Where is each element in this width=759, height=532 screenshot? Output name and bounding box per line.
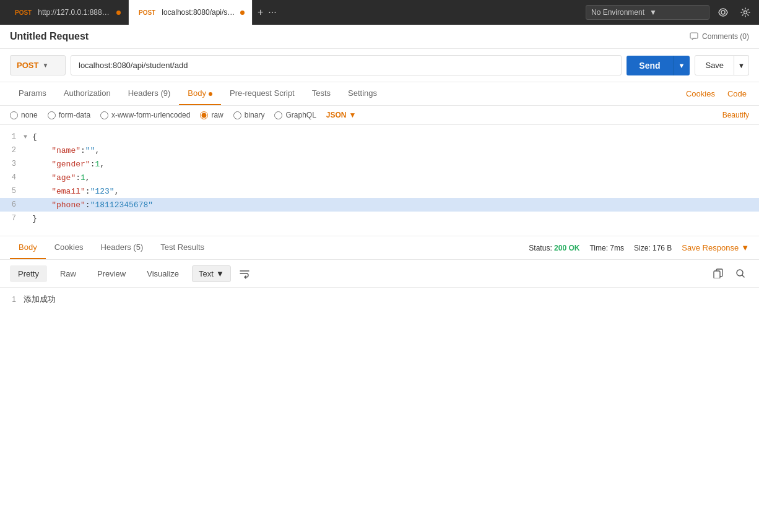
tab-right-actions: Cookies Code (683, 83, 749, 105)
tab1-url: http://127.0.0.1:8888/api/priva... (38, 8, 113, 17)
url-bar: POST ▼ Send ▼ Save ▼ (0, 49, 759, 82)
resp-tab-body[interactable]: Body (10, 236, 46, 259)
text-format-chevron-icon: ▼ (216, 269, 224, 278)
radio-none[interactable]: none (10, 111, 38, 119)
response-actions (709, 265, 749, 282)
method-chevron-icon: ▼ (42, 62, 48, 69)
text-format-dropdown[interactable]: Text ▼ (192, 265, 231, 282)
tab2-method: POST (136, 9, 158, 17)
tab-tests[interactable]: Tests (303, 82, 339, 105)
svg-rect-2 (690, 33, 698, 38)
code-line-2: 2 "name":"", (0, 144, 759, 157)
cookies-link[interactable]: Cookies (683, 83, 718, 105)
tab-settings[interactable]: Settings (339, 82, 386, 105)
svg-point-1 (744, 11, 747, 14)
comments-label: Comments (0) (702, 32, 749, 41)
send-button-group: Send ▼ (627, 56, 690, 75)
resp-tab-headers[interactable]: Headers (5) (92, 236, 152, 259)
code-line-5: 5 "email":"123", (0, 184, 759, 198)
tab-1[interactable]: POST http://127.0.0.1:8888/api/priva... (5, 0, 129, 25)
resp-content-1: 添加成功 (24, 294, 56, 305)
request-tabs: Params Authorization Headers (9) Body Pr… (0, 82, 759, 106)
radio-form-data[interactable]: form-data (48, 111, 90, 119)
code-line-7: 7 } (0, 212, 759, 225)
top-bar: POST http://127.0.0.1:8888/api/priva... … (0, 0, 759, 25)
status-value: 200 OK (554, 244, 579, 252)
format-pretty-button[interactable]: Pretty (10, 265, 47, 282)
radio-urlencoded[interactable]: x-www-form-urlencoded (100, 111, 190, 119)
json-chevron-icon: ▼ (349, 111, 357, 119)
response-body: 1 添加成功 (0, 288, 759, 350)
tab-actions: + ··· (253, 0, 282, 25)
copy-icon[interactable] (709, 265, 727, 282)
radio-raw[interactable]: raw (200, 111, 223, 119)
request-body-editor[interactable]: 1 ▼ { 2 "name":"", 3 "gender":1, 4 "age"… (0, 125, 759, 236)
env-label: No Environment (591, 8, 646, 17)
beautify-button[interactable]: Beautify (722, 111, 749, 119)
format-visualize-button[interactable]: Visualize (139, 265, 187, 282)
text-format-label: Text (199, 269, 214, 278)
tab-prerequest[interactable]: Pre-request Script (221, 82, 303, 105)
environment-select[interactable]: No Environment ▼ (586, 5, 709, 20)
save-chevron-button[interactable]: ▼ (734, 55, 749, 75)
format-preview-button[interactable]: Preview (89, 265, 134, 282)
response-meta: Status: 200 OK Time: 7ms Size: 176 B Sav… (529, 243, 749, 252)
save-response-chevron-icon: ▼ (741, 243, 749, 252)
code-line-3: 3 "gender":1, (0, 157, 759, 171)
send-button[interactable]: Send (627, 56, 672, 75)
size-label: Size: 176 B (634, 244, 672, 252)
save-response-label: Save Response (682, 243, 739, 252)
tab-authorization[interactable]: Authorization (55, 82, 119, 105)
tab1-method: POST (12, 9, 34, 17)
request-title-bar: Untitled Request Comments (0) (0, 25, 759, 49)
save-button[interactable]: Save (695, 55, 734, 75)
time-value: 7ms (610, 244, 624, 252)
svg-point-5 (737, 270, 743, 276)
env-chevron-icon: ▼ (649, 8, 704, 17)
send-chevron-button[interactable]: ▼ (673, 56, 690, 75)
response-tabs-bar: Body Cookies Headers (5) Test Results St… (0, 236, 759, 260)
radio-graphql[interactable]: GraphQL (274, 111, 316, 119)
eye-icon[interactable] (714, 4, 732, 21)
comments-button[interactable]: Comments (0) (690, 32, 749, 41)
request-title: Untitled Request (10, 31, 690, 42)
resp-tab-test-results[interactable]: Test Results (152, 236, 213, 259)
add-tab-button[interactable]: + (258, 7, 263, 18)
json-type-dropdown[interactable]: JSON ▼ (326, 111, 357, 119)
time-label: Time: 7ms (589, 244, 624, 252)
resp-line-1: 1 添加成功 (0, 293, 759, 306)
save-response-button[interactable]: Save Response ▼ (682, 243, 749, 252)
response-format-bar: Pretty Raw Preview Visualize Text ▼ (0, 260, 759, 288)
body-type-bar: none form-data x-www-form-urlencoded raw… (0, 106, 759, 125)
wrap-icon[interactable] (236, 265, 253, 282)
code-line-1: 1 ▼ { (0, 130, 759, 144)
search-icon[interactable] (732, 265, 749, 282)
radio-binary[interactable]: binary (233, 111, 265, 119)
settings-icon[interactable] (737, 4, 754, 21)
tab-params[interactable]: Params (10, 82, 55, 105)
tab-headers[interactable]: Headers (9) (119, 82, 180, 105)
save-button-group: Save ▼ (695, 55, 749, 75)
tab1-dot (116, 11, 121, 15)
top-right-controls: No Environment ▼ (586, 4, 754, 21)
url-input[interactable] (71, 55, 622, 75)
method-label: POST (17, 61, 38, 70)
format-raw-button[interactable]: Raw (52, 265, 84, 282)
tab2-dot (240, 11, 245, 15)
json-label: JSON (326, 111, 347, 119)
tab2-url: localhost:8080/api/student/add (162, 8, 236, 17)
tab-strip: POST http://127.0.0.1:8888/api/priva... … (5, 0, 586, 25)
code-line-4: 4 "age":1, (0, 171, 759, 184)
tab-body[interactable]: Body (179, 82, 221, 105)
tab-2[interactable]: POST localhost:8080/api/student/add (129, 0, 253, 25)
response-section: Body Cookies Headers (5) Test Results St… (0, 236, 759, 350)
status-label: Status: 200 OK (529, 244, 579, 252)
more-tabs-button[interactable]: ··· (268, 7, 276, 18)
size-value: 176 B (653, 244, 672, 252)
svg-point-0 (721, 11, 725, 14)
method-select[interactable]: POST ▼ (10, 55, 66, 75)
svg-rect-4 (714, 271, 720, 278)
code-line-6: 6 "phone":"18112345678" (0, 198, 759, 212)
code-link[interactable]: Code (725, 83, 749, 105)
resp-tab-cookies[interactable]: Cookies (46, 236, 92, 259)
